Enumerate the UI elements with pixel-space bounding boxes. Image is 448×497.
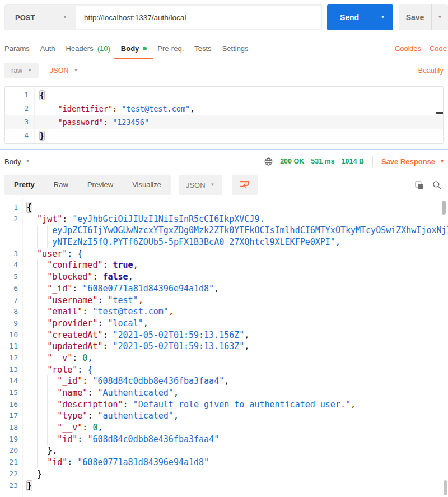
response-stats: 200 OK 531 ms 1014 B Save Response ▼ bbox=[264, 155, 445, 168]
method-label: POST bbox=[15, 13, 35, 22]
code-text[interactable]: } bbox=[34, 129, 443, 142]
beautify-link[interactable]: Beautify bbox=[418, 67, 444, 75]
response-view-visualize[interactable]: Visualize bbox=[123, 175, 171, 195]
response-size[interactable]: 1014 B bbox=[342, 157, 364, 165]
tab-body[interactable]: Body bbox=[121, 40, 147, 56]
chevron-down-icon: ▼ bbox=[440, 159, 445, 164]
token-bool: true bbox=[113, 260, 133, 270]
token-key: "username" bbox=[47, 295, 97, 305]
code-line: 18 "__v": 0, bbox=[0, 422, 448, 434]
response-view-preview[interactable]: Preview bbox=[78, 175, 123, 195]
token-pun: , bbox=[351, 400, 356, 410]
code-text[interactable]: "identifier": "test@test.com", bbox=[34, 102, 443, 115]
tab-params[interactable]: Params bbox=[4, 40, 30, 56]
tab-settings[interactable]: Settings bbox=[222, 40, 249, 56]
token-ws bbox=[27, 225, 52, 235]
search-response-button[interactable] bbox=[432, 180, 442, 190]
save-label[interactable]: Save bbox=[399, 4, 431, 30]
code-text: "confirmed": true, bbox=[22, 259, 448, 271]
save-response-button[interactable]: Save Response ▼ bbox=[381, 157, 445, 166]
divider bbox=[372, 156, 373, 167]
code-text: "id": "608e0771a81d84396e94a1d8" bbox=[22, 457, 448, 468]
token-ws bbox=[27, 469, 37, 479]
token-pun: : bbox=[82, 306, 92, 317]
token-pun: : bbox=[97, 295, 108, 305]
token-key: "__v" bbox=[47, 353, 72, 363]
send-options-caret[interactable]: ▼ bbox=[372, 4, 393, 30]
line-number: 22 bbox=[0, 468, 22, 480]
token-key: "_id" bbox=[57, 376, 82, 386]
indent-guide bbox=[37, 259, 38, 271]
code-text[interactable]: "password": "123456" bbox=[34, 115, 443, 129]
send-button[interactable]: Send ▼ bbox=[327, 4, 393, 30]
response-view-pretty[interactable]: Pretty bbox=[4, 175, 44, 195]
code-line: 11 "updatedAt": "2021-05-02T01:59:13.163… bbox=[0, 341, 448, 352]
tab-label: Settings bbox=[222, 44, 249, 53]
token-pun: , bbox=[214, 284, 219, 294]
token-pun: : bbox=[62, 214, 72, 224]
line-number: 2 bbox=[0, 213, 22, 225]
cookies-link[interactable]: Cookies bbox=[395, 44, 421, 53]
indent-guide bbox=[37, 445, 38, 457]
token-ws bbox=[27, 434, 57, 444]
code-line: 23} bbox=[0, 480, 448, 492]
token-pun: , bbox=[174, 388, 179, 398]
token-ws bbox=[27, 376, 57, 386]
response-time[interactable]: 531 ms bbox=[311, 157, 334, 165]
token-str: "test@test.com" bbox=[122, 104, 190, 113]
method-select[interactable]: POST ▼ bbox=[5, 5, 76, 30]
code-text: "updatedAt": "2021-05-02T01:59:13.163Z", bbox=[22, 341, 448, 352]
wrap-text-button[interactable] bbox=[232, 175, 258, 195]
save-options-caret[interactable]: ▼ bbox=[431, 4, 448, 30]
code-line: 14 "_id": "608d84c0dbb8e436fba3faa4", bbox=[0, 375, 448, 387]
request-tabs-links: Cookies Code bbox=[395, 40, 447, 56]
tab-auth[interactable]: Auth bbox=[40, 40, 55, 56]
url-input[interactable] bbox=[76, 6, 321, 29]
page-scrollbar-thumb[interactable] bbox=[444, 480, 447, 495]
token-pun: }, bbox=[47, 445, 57, 456]
token-key: "confirmed" bbox=[47, 260, 102, 270]
copy-response-button[interactable] bbox=[414, 180, 424, 191]
token-str: "2021-05-02T01:59:13.163Z" bbox=[113, 341, 245, 351]
response-language-select[interactable]: JSON ▼ bbox=[179, 175, 222, 195]
request-body-editor[interactable]: 1{2 "identifier": "test@test.com",3 "pas… bbox=[4, 86, 444, 144]
response-view-raw[interactable]: Raw bbox=[44, 175, 78, 195]
indent-guide bbox=[40, 115, 40, 129]
token-ws bbox=[27, 422, 57, 433]
code-text[interactable]: { bbox=[34, 89, 443, 102]
code-text: "name": "Authenticated", bbox=[22, 387, 448, 399]
body-language-select[interactable]: JSON ▼ bbox=[50, 67, 78, 75]
tab-headers[interactable]: Headers(10) bbox=[66, 40, 110, 56]
token-pun: , bbox=[224, 376, 229, 386]
body-mode-select[interactable]: raw ▼ bbox=[4, 63, 39, 78]
token-str: "Default role given to authenticated use… bbox=[133, 400, 351, 410]
response-body-select[interactable]: Body ▼ bbox=[4, 157, 30, 166]
indent-guide bbox=[47, 434, 48, 445]
indent-guide bbox=[47, 399, 48, 411]
save-button[interactable]: Save ▼ bbox=[399, 4, 448, 30]
indent-guide bbox=[47, 375, 48, 387]
code-link[interactable]: Code bbox=[430, 44, 447, 53]
token-str: "authenticated" bbox=[97, 411, 173, 421]
tab-label: Headers bbox=[66, 44, 94, 53]
response-view-tabs: PrettyRawPreviewVisualize bbox=[4, 175, 171, 195]
line-number: 21 bbox=[0, 457, 22, 468]
tab-tests[interactable]: Tests bbox=[194, 40, 211, 56]
line-number: 8 bbox=[0, 306, 22, 318]
token-pun: , bbox=[174, 411, 179, 421]
code-line: 8 "email": "test@test.com", bbox=[0, 306, 448, 318]
token-pun: : bbox=[102, 260, 113, 270]
indent-guide bbox=[47, 410, 48, 422]
token-str: "608e0771a81d84396e94a1d8" bbox=[82, 284, 214, 294]
code-text: }, bbox=[22, 445, 448, 457]
indent-guide bbox=[37, 375, 38, 387]
tab-pre-req[interactable]: Pre-req. bbox=[157, 40, 184, 56]
code-text: "username": "test", bbox=[22, 295, 448, 306]
send-label[interactable]: Send bbox=[327, 4, 372, 30]
token-str: "608e0771a81d84396e94a1d8" bbox=[77, 457, 209, 467]
status-badge[interactable]: 200 OK bbox=[280, 157, 304, 165]
request-response-splitter[interactable] bbox=[0, 149, 448, 150]
line-number: 13 bbox=[0, 364, 22, 376]
token-pun: , bbox=[244, 341, 249, 351]
token-key: "description" bbox=[57, 400, 123, 410]
